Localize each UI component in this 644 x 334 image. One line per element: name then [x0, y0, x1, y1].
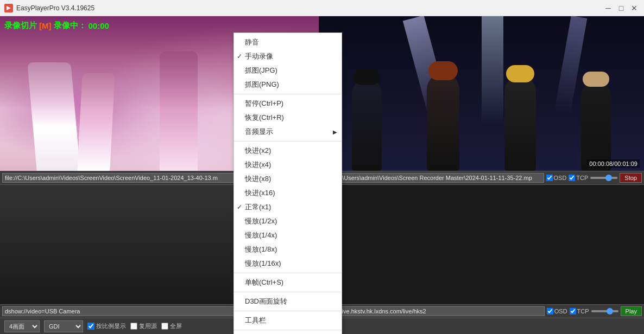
menu-item-capture-png[interactable]: 抓图(PNG)	[234, 78, 342, 92]
rec-label: 录像切片	[4, 21, 37, 31]
right-url-input[interactable]	[321, 173, 544, 183]
render-select[interactable]: GDI D3D OpenGL	[44, 320, 83, 332]
right-osd-checkbox[interactable]: OSD	[546, 175, 567, 181]
right-tcp-checkbox[interactable]: TCP	[569, 175, 588, 181]
reuse-checkbox[interactable]: 复用源	[130, 322, 157, 330]
app-title: EasyPlayerPro V3.4.19625	[16, 4, 603, 12]
right-bottom-volume-slider[interactable]	[591, 310, 618, 312]
menu-item-fast-x2[interactable]: 快进(x2)	[234, 144, 342, 158]
recording-label: 录像中：	[54, 21, 86, 31]
menu-separator	[234, 94, 342, 94]
menu-item-mute[interactable]: 静音	[234, 35, 342, 49]
menu-separator	[234, 292, 342, 292]
left-timer: 00:00	[89, 21, 109, 30]
right-bottom-osd-checkbox[interactable]: OSD	[547, 308, 567, 314]
app-logo	[4, 4, 13, 12]
context-menu: 静音手动录像抓图(JPG)抓图(PNG)暂停(Ctrl+P)恢复(Ctrl+R)…	[233, 33, 342, 334]
minimize-button[interactable]: ─	[603, 3, 614, 14]
menu-item-slow-eighth[interactable]: 慢放(1/8x)	[234, 242, 342, 256]
menu-item-normal-x1[interactable]: 正常(x1)	[234, 200, 342, 214]
play-button[interactable]: Play	[621, 306, 642, 316]
right-video-content: 00:00:08/00:01:09	[319, 16, 644, 171]
menu-separator	[234, 273, 342, 273]
menu-item-pause[interactable]: 暂停(Ctrl+P)	[234, 97, 342, 111]
menu-separator	[234, 311, 342, 311]
right-video-panel: 00:00:08/00:01:09	[319, 16, 644, 171]
menu-item-d3d-rotate[interactable]: D3D画面旋转	[234, 294, 342, 309]
svg-marker-0	[7, 6, 11, 10]
menu-item-audio-display[interactable]: 音频显示	[234, 125, 342, 139]
right-volume-slider[interactable]	[590, 177, 617, 179]
right-slider-thumb	[605, 175, 612, 181]
menu-item-slow-half[interactable]: 慢放(1/2x)	[234, 214, 342, 228]
stop-button[interactable]: Stop	[620, 173, 642, 183]
view-select[interactable]: 4画面 1画面 9画面 16画面	[4, 320, 40, 332]
left-overlay: 录像切片 [M] 录像中： 00:00	[4, 21, 109, 31]
menu-item-slow-sixteenth[interactable]: 慢放(1/16x)	[234, 256, 342, 271]
menu-item-capture-jpg[interactable]: 抓图(JPG)	[234, 63, 342, 78]
menu-item-resume[interactable]: 恢复(Ctrl+R)	[234, 111, 342, 125]
right-timestamp: 00:00:08/00:01:09	[587, 159, 640, 168]
menu-item-single-frame[interactable]: 单帧(Ctrl+S)	[234, 275, 342, 290]
right-bottom-tcp-checkbox[interactable]: TCP	[570, 308, 589, 314]
window-controls: ─ □ ✕	[603, 3, 640, 14]
rec-status: [M]	[39, 21, 52, 30]
menu-item-fast-x4[interactable]: 快进(x4)	[234, 158, 342, 172]
right-control-bar: OSD TCP Stop	[319, 171, 644, 184]
close-button[interactable]: ✕	[629, 3, 640, 14]
right-bottom-slider-thumb	[607, 308, 613, 314]
menu-item-manual-record[interactable]: 手动录像	[234, 49, 342, 63]
fullscreen-checkbox[interactable]: 全屏	[161, 322, 182, 330]
menu-item-fast-x16[interactable]: 快进(x16)	[234, 186, 342, 200]
right-bottom-url-input[interactable]	[321, 306, 545, 316]
menu-item-fast-x8[interactable]: 快进(x8)	[234, 172, 342, 186]
right-bottom-panel	[319, 184, 644, 304]
ratio-checkbox[interactable]: 按比例显示	[87, 322, 126, 330]
menu-item-toolbar[interactable]: 工具栏	[234, 313, 342, 327]
right-bottom-control-bar: OSD TCP Play	[319, 304, 644, 318]
menu-item-slow-quarter[interactable]: 慢放(1/4x)	[234, 228, 342, 242]
menu-separator	[234, 141, 342, 142]
title-bar: EasyPlayerPro V3.4.19625 ─ □ ✕	[0, 0, 644, 16]
maximize-button[interactable]: □	[616, 3, 627, 14]
menu-separator	[234, 330, 342, 330]
